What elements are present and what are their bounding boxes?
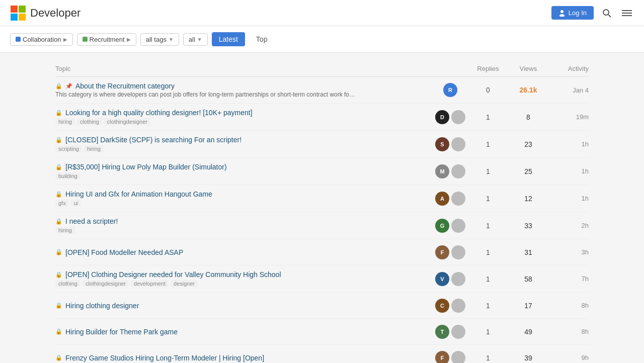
lock-icon: 🔒 [55,271,62,278]
avatar-primary: R [443,83,457,97]
replies-count: 1 [468,167,508,175]
search-button[interactable] [600,6,614,20]
lock-icon: 🔒 [55,137,62,143]
topic-title[interactable]: [R$35,000] Hiring Low Poly Map Builder (… [65,163,227,171]
topic-content: 🔒 Hiring UI and Gfx for Animation Hangou… [55,190,433,207]
svg-rect-10 [622,15,632,16]
filter-bar: Collaboration ▶ Recruitment ▶ all tags ▼… [0,26,644,53]
views-count: 8 [508,113,548,121]
login-button[interactable]: Log In [551,6,594,20]
topic-tags: building [55,172,433,179]
topic-title-row: 🔒 [CLOSED] DarkSite (SCPF) is searching … [55,136,433,144]
avatars-cell: M [433,164,468,178]
topic-tag[interactable]: hiring [84,145,104,152]
activity-time: 8h [548,302,589,309]
topic-tag[interactable]: clothingdesigner [83,280,129,287]
topic-title[interactable]: Hiring clothing designer [65,302,139,310]
topic-tag[interactable]: building [55,172,80,179]
views-count: 17 [508,302,548,310]
recruitment-filter[interactable]: Recruitment ▶ [77,33,136,46]
topic-title[interactable]: [OPEN] Food Modeller Needed ASAP [65,248,183,256]
activity-time: 7h [548,275,589,283]
collaboration-label: Collaboration [23,36,61,43]
activity-time: 19m [548,113,589,121]
tags-filter[interactable]: all tags ▼ [140,33,179,46]
table-row: 🔒 Hiring clothing designer C 1 17 8h [55,293,589,319]
topic-title[interactable]: Hiring Builder for Theme Park game [65,328,178,336]
recruitment-label: Recruitment [90,36,125,43]
topic-tag[interactable]: clothingdesigner [104,118,150,125]
topic-tags: hiring [55,227,433,234]
replies-count: 1 [468,195,508,203]
topic-title-row: 🔒 Hiring clothing designer [55,302,433,310]
col-topic-header: Topic [55,65,433,72]
topic-tag[interactable]: development [131,280,169,287]
topic-title[interactable]: Frenzy Game Studios Hiring Long-Term Mod… [65,354,264,362]
table-row: 🔒 Frenzy Game Studios Hiring Long-Term M… [55,345,589,363]
topic-tags: hiringclothingclothingdesigner [55,118,433,125]
topic-tag[interactable]: ui [71,200,82,207]
avatar-secondary [451,272,465,286]
topic-title-row: 🔒 📌 About the Recruitment category [55,82,433,90]
topic-title[interactable]: I need a scripter! [65,217,118,225]
topic-title[interactable]: [OPEN] Clothing Designer needed for Vall… [65,270,281,279]
topic-tag[interactable]: scripting [55,145,82,152]
avatars-cell: C [433,299,468,313]
topic-tag[interactable]: clothing [77,118,102,125]
topic-content: 🔒 [CLOSED] DarkSite (SCPF) is searching … [55,136,433,152]
activity-time: 3h [548,248,589,256]
table-row: 🔒 [CLOSED] DarkSite (SCPF) is searching … [55,131,589,158]
latest-tab[interactable]: Latest [212,32,245,46]
topic-title[interactable]: Hiring UI and Gfx for Animation Hangout … [65,190,212,198]
topic-tag[interactable]: hiring [55,118,75,125]
collaboration-filter[interactable]: Collaboration ▶ [10,33,73,46]
avatar-secondary [451,110,465,124]
topic-content: 🔒 Looking for a high quality clothing de… [55,109,433,125]
avatars-cell: D [433,110,468,124]
topic-title-row: 🔒 Hiring UI and Gfx for Animation Hangou… [55,190,433,198]
topic-title[interactable]: [CLOSED] DarkSite (SCPF) is searching Fo… [65,136,242,144]
col-activity-header: Activity [548,65,589,72]
login-label: Log In [569,9,587,17]
recruitment-dot [83,37,88,42]
replies-count: 1 [468,354,508,362]
topic-title-row: 🔒 [OPEN] Clothing Designer needed for Va… [55,270,433,279]
svg-rect-0 [11,6,18,13]
topic-content: 🔒 Frenzy Game Studios Hiring Long-Term M… [55,354,433,362]
avatar-primary: A [435,192,449,206]
menu-button[interactable] [620,6,634,20]
topic-content: 🔒 [OPEN] Food Modeller Needed ASAP [55,248,433,256]
svg-point-6 [603,10,609,15]
avatars-cell: F [433,351,468,364]
table-row: 🔒 Hiring Builder for Theme Park game T 1… [55,319,589,345]
topic-tag[interactable]: designer [171,280,198,287]
replies-count: 1 [468,275,508,283]
avatars-cell: F [433,245,468,259]
activity-time: 9h [548,354,589,361]
topic-tag[interactable]: hiring [55,227,75,234]
site-title: Developer [30,7,80,20]
topic-tag[interactable]: clothing [55,280,80,287]
topic-tag[interactable]: gfx [55,200,69,207]
topic-title[interactable]: Looking for a high quality clothing desi… [65,109,253,117]
top-tab[interactable]: Top [249,32,275,46]
topic-desc: This category is where developers can po… [55,91,357,98]
table-row: 🔒 [R$35,000] Hiring Low Poly Map Builder… [55,158,589,185]
topic-content: 🔒 I need a scripter! hiring [55,217,433,234]
table-header: Topic Replies Views Activity [55,61,589,77]
all-filter[interactable]: all ▼ [183,33,208,46]
main-content: Topic Replies Views Activity 🔒 📌 About t… [45,53,599,363]
views-count: 33 [508,222,548,230]
activity-time: 1h [548,140,589,148]
topic-content: 🔒 Hiring clothing designer [55,302,433,310]
avatar-primary: C [435,299,449,313]
views-count: 39 [508,354,548,362]
tags-arrow: ▼ [169,37,174,42]
pin-icon: 📌 [65,83,72,89]
topic-title[interactable]: About the Recruitment category [75,82,175,90]
topic-title-row: 🔒 Looking for a high quality clothing de… [55,109,433,117]
lock-icon: 🔒 [55,249,62,255]
activity-time: 1h [548,195,589,202]
col-replies-header: Replies [468,65,508,72]
svg-line-7 [608,15,611,17]
